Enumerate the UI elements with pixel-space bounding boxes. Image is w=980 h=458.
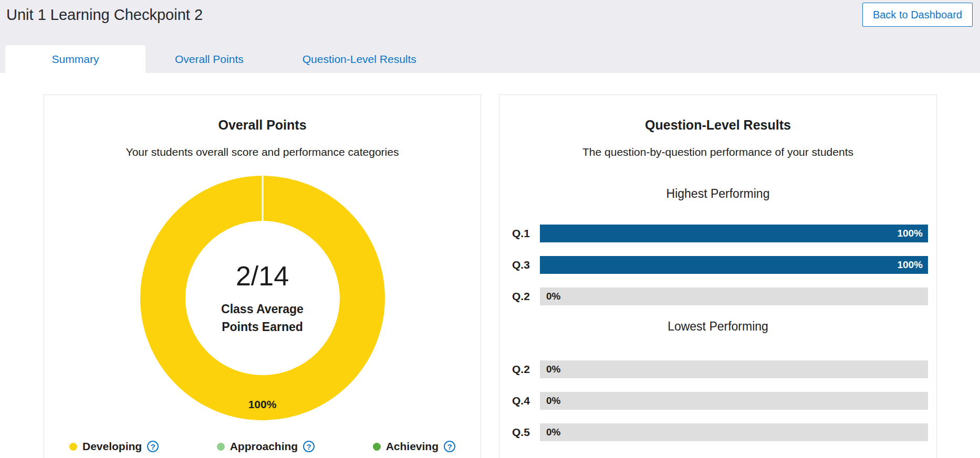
- class-average-label-line1: Class Average: [221, 300, 304, 318]
- legend-label-approaching: Approaching: [230, 440, 298, 453]
- bar-row-highest-q3: Q.3 100%: [512, 256, 928, 274]
- tab-question-level-results[interactable]: Question-Level Results: [273, 45, 446, 73]
- bar-row-lowest-q4: Q.4 0%: [512, 392, 928, 410]
- bar-value-label: 0%: [546, 364, 560, 375]
- tab-summary[interactable]: Summary: [5, 45, 145, 73]
- bar-track: 100%: [540, 256, 928, 274]
- donut-slice-percentage-label: 100%: [140, 398, 385, 411]
- bar-label: Q.3: [512, 259, 540, 271]
- bar-row-highest-q2: Q.2 0%: [512, 287, 928, 305]
- bar-value-label: 0%: [546, 427, 560, 438]
- question-results-card-subtitle: The question-by-question performance of …: [499, 145, 936, 159]
- question-results-card-title: Question-Level Results: [499, 117, 936, 133]
- bar-track: 0%: [540, 392, 928, 410]
- overall-points-card-title: Overall Points: [44, 117, 481, 133]
- developing-dot-icon: [69, 443, 77, 451]
- bar-label: Q.2: [512, 363, 540, 376]
- bar-label: Q.1: [512, 227, 540, 240]
- bar-track: 0%: [540, 360, 928, 378]
- help-icon[interactable]: ?: [444, 441, 455, 452]
- bar-value-label: 100%: [897, 259, 923, 271]
- tab-summary-label: Summary: [52, 53, 99, 66]
- donut-center-text: 2/14 Class Average Points Earned: [140, 176, 385, 420]
- bar-track: 0%: [540, 287, 928, 305]
- highest-performing-heading: Highest Performing: [499, 186, 936, 201]
- legend-item-developing: Developing ?: [69, 440, 159, 453]
- bar-track: 0%: [540, 423, 928, 441]
- achieving-dot-icon: [373, 443, 381, 451]
- lowest-performing-bars: Q.2 0% Q.4 0% Q.5 0%: [499, 360, 936, 441]
- help-icon[interactable]: ?: [303, 441, 315, 452]
- page-title: Unit 1 Learning Checkpoint 2: [6, 3, 203, 27]
- bar-row-lowest-q2: Q.2 0%: [512, 360, 928, 378]
- bar-label: Q.5: [512, 426, 540, 439]
- question-level-results-card: Question-Level Results The question-by-q…: [499, 94, 937, 458]
- tab-question-level-results-label: Question-Level Results: [303, 53, 416, 66]
- legend-item-approaching: Approaching ?: [217, 440, 315, 453]
- class-average-value: 2/14: [236, 260, 289, 292]
- tab-overall-points[interactable]: Overall Points: [145, 45, 273, 73]
- performance-legend: Developing ? Approaching ? Achieving ?: [44, 440, 481, 453]
- highest-performing-bars: Q.1 100% Q.3 100% Q.2 0%: [499, 225, 936, 305]
- legend-label-developing: Developing: [82, 440, 142, 453]
- lowest-performing-heading: Lowest Performing: [499, 319, 936, 334]
- bar-fill: [540, 225, 928, 242]
- bar-row-lowest-q5: Q.5 0%: [512, 423, 928, 441]
- legend-label-achieving: Achieving: [386, 440, 439, 453]
- bar-track: 100%: [540, 225, 928, 242]
- bar-value-label: 100%: [897, 228, 923, 239]
- page-header: Unit 1 Learning Checkpoint 2 Back to Das…: [0, 0, 980, 45]
- back-to-dashboard-button[interactable]: Back to Dashboard: [862, 3, 973, 27]
- bar-row-highest-q1: Q.1 100%: [512, 225, 928, 242]
- overall-points-card: Overall Points Your students overall sco…: [44, 94, 481, 458]
- tab-bar: Summary Overall Points Question-Level Re…: [0, 45, 980, 73]
- legend-item-achieving: Achieving ?: [373, 440, 455, 453]
- tab-overall-points-label: Overall Points: [175, 53, 244, 66]
- bar-label: Q.4: [512, 395, 540, 407]
- bar-label: Q.2: [512, 290, 540, 303]
- bar-value-label: 0%: [546, 395, 560, 407]
- bar-fill: [540, 256, 928, 274]
- approaching-dot-icon: [217, 443, 225, 451]
- class-average-label-line2: Points Earned: [222, 318, 303, 336]
- overall-points-card-subtitle: Your students overall score and performa…: [44, 145, 481, 159]
- help-icon[interactable]: ?: [147, 441, 159, 452]
- overall-points-donut-chart: 2/14 Class Average Points Earned 100%: [140, 176, 385, 420]
- summary-content: Overall Points Your students overall sco…: [0, 73, 980, 458]
- bar-value-label: 0%: [546, 291, 560, 302]
